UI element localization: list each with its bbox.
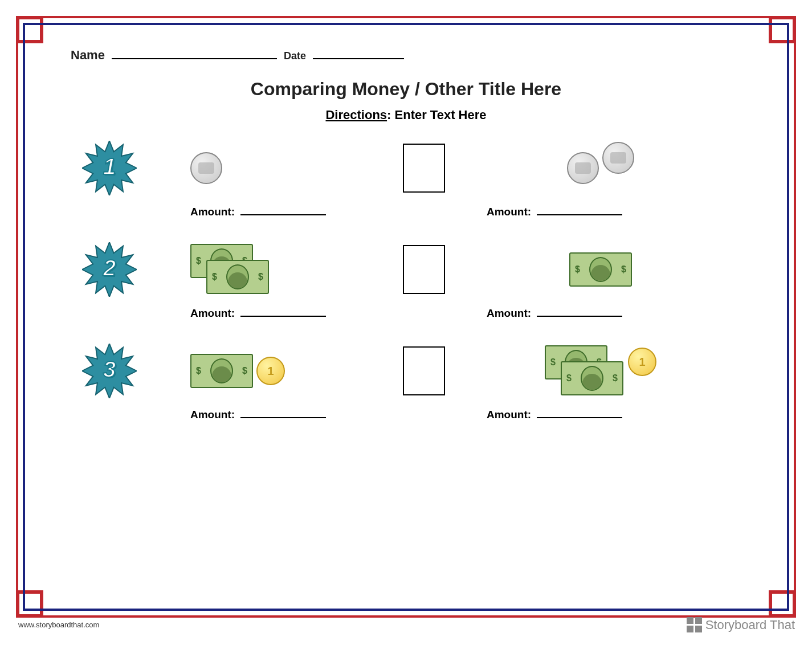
date-label: Date — [284, 50, 306, 62]
dollar-bill-icon: $$ — [561, 361, 623, 395]
problem-row: 2 $$ $$ $$ — [82, 241, 730, 298]
brand-logo: Storyboard That — [687, 617, 795, 632]
amount-row: Amount: Amount: — [82, 206, 730, 218]
problem-row: 3 $$ 1 $$ $$ 1 — [82, 342, 730, 399]
amount-input-line[interactable] — [240, 309, 326, 317]
problem-number: 2 — [103, 255, 116, 281]
problem-number: 1 — [103, 154, 116, 179]
amount-input-line[interactable] — [240, 410, 326, 418]
starburst-icon: 2 — [82, 242, 137, 297]
amount-label: Amount: — [487, 307, 531, 320]
bill-stack-icon: $$ $$ — [545, 345, 625, 397]
storyboard-grid-icon — [687, 617, 702, 632]
dollar-bill-icon: $$ — [206, 260, 269, 294]
amount-label: Amount: — [487, 206, 531, 218]
worksheet-content: Name Date Comparing Money / Other Title … — [25, 25, 787, 438]
left-money-group — [190, 140, 361, 197]
left-amount-field: Amount: — [190, 206, 361, 218]
starburst-icon: 1 — [82, 141, 137, 195]
amount-label: Amount: — [487, 409, 531, 421]
directions-line: Directions: Enter Text Here — [71, 108, 741, 123]
amount-row: Amount: Amount: — [82, 307, 730, 320]
name-input-line[interactable] — [112, 51, 277, 59]
right-amount-field: Amount: — [487, 206, 715, 218]
left-amount-field: Amount: — [190, 409, 361, 421]
amount-label: Amount: — [190, 409, 235, 421]
left-amount-field: Amount: — [190, 307, 361, 320]
outer-border: Name Date Comparing Money / Other Title … — [16, 16, 796, 618]
gold-coin-icon: 1 — [256, 357, 285, 385]
amount-input-line[interactable] — [537, 207, 622, 215]
header-fields: Name Date — [71, 48, 741, 63]
right-amount-field: Amount: — [487, 307, 715, 320]
problem-row: 1 — [82, 140, 730, 197]
right-amount-field: Amount: — [487, 409, 715, 421]
directions-label: Directions — [325, 108, 387, 122]
amount-input-line[interactable] — [537, 410, 622, 418]
comparison-answer-box[interactable] — [403, 245, 445, 294]
footer-url: www.storyboardthat.com — [18, 620, 99, 629]
gold-coin-icon: 1 — [628, 348, 656, 376]
inner-border: Name Date Comparing Money / Other Title … — [23, 23, 789, 611]
page-title: Comparing Money / Other Title Here — [71, 79, 741, 100]
dollar-bill-icon: $$ — [569, 252, 632, 287]
starburst-icon: 3 — [82, 344, 137, 398]
amount-label: Amount: — [190, 206, 235, 218]
silver-coin-icon — [567, 152, 599, 184]
name-label: Name — [71, 48, 105, 63]
comparison-answer-box[interactable] — [403, 346, 445, 395]
dollar-bill-icon: $$ — [190, 354, 253, 388]
amount-label: Amount: — [190, 307, 235, 320]
left-money-group: $$ $$ — [190, 241, 361, 298]
right-money-group: $$ $$ 1 — [487, 342, 715, 399]
comparison-answer-box[interactable] — [403, 144, 445, 193]
amount-input-line[interactable] — [240, 207, 326, 215]
bill-stack-icon: $$ $$ — [190, 244, 270, 295]
problem-number: 3 — [103, 357, 116, 382]
directions-text: : Enter Text Here — [387, 108, 486, 122]
right-money-group: $$ — [487, 241, 715, 298]
silver-coin-icon — [602, 142, 634, 174]
amount-input-line[interactable] — [537, 309, 622, 317]
left-money-group: $$ 1 — [190, 342, 361, 399]
amount-row: Amount: Amount: — [82, 409, 730, 421]
date-input-line[interactable] — [313, 51, 404, 59]
brand-name: Storyboard That — [705, 618, 795, 632]
silver-coin-icon — [190, 152, 222, 184]
right-money-group — [487, 140, 715, 197]
